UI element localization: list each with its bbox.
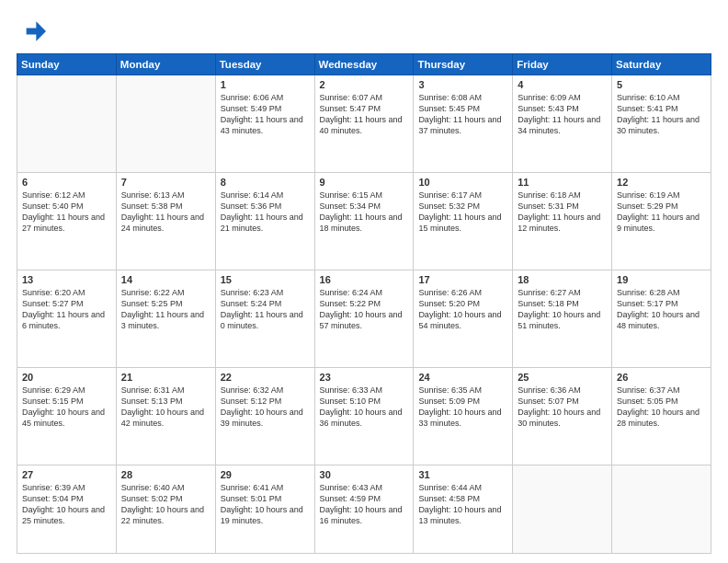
calendar-cell: 28Sunrise: 6:40 AMSunset: 5:02 PMDayligh… [116,465,215,553]
day-number: 24 [418,372,507,383]
calendar-col-thursday: Thursday [414,54,513,75]
calendar-week-2: 6Sunrise: 6:12 AMSunset: 5:40 PMDaylight… [17,172,711,270]
calendar-cell: 2Sunrise: 6:07 AMSunset: 5:47 PMDaylight… [314,75,414,173]
calendar-cell: 6Sunrise: 6:12 AMSunset: 5:40 PMDaylight… [17,172,117,270]
svg-marker-0 [27,21,46,40]
day-info: Sunrise: 6:26 AMSunset: 5:20 PMDaylight:… [418,287,507,332]
day-number: 2 [320,79,409,90]
day-number: 9 [320,177,409,188]
calendar-cell: 27Sunrise: 6:39 AMSunset: 5:04 PMDayligh… [17,465,117,553]
day-number: 12 [617,177,706,188]
calendar-cell: 20Sunrise: 6:29 AMSunset: 5:15 PMDayligh… [17,367,117,465]
day-info: Sunrise: 6:09 AMSunset: 5:43 PMDaylight:… [518,92,607,137]
calendar-cell: 5Sunrise: 6:10 AMSunset: 5:41 PMDaylight… [612,75,711,173]
calendar-cell: 25Sunrise: 6:36 AMSunset: 5:07 PMDayligh… [513,367,612,465]
day-number: 23 [320,372,409,383]
calendar-cell: 30Sunrise: 6:43 AMSunset: 4:59 PMDayligh… [314,465,414,553]
calendar-cell: 17Sunrise: 6:26 AMSunset: 5:20 PMDayligh… [414,270,513,367]
day-info: Sunrise: 6:19 AMSunset: 5:29 PMDaylight:… [617,190,706,235]
day-number: 21 [121,372,210,383]
calendar-week-5: 27Sunrise: 6:39 AMSunset: 5:04 PMDayligh… [17,465,711,553]
calendar-cell: 23Sunrise: 6:33 AMSunset: 5:10 PMDayligh… [314,367,414,465]
day-number: 17 [418,274,507,285]
calendar-col-tuesday: Tuesday [215,54,314,75]
day-info: Sunrise: 6:41 AMSunset: 5:01 PMDaylight:… [221,482,310,527]
calendar-cell: 22Sunrise: 6:32 AMSunset: 5:12 PMDayligh… [215,367,314,465]
day-number: 19 [617,274,706,285]
calendar-cell: 4Sunrise: 6:09 AMSunset: 5:43 PMDaylight… [513,75,612,173]
day-info: Sunrise: 6:43 AMSunset: 4:59 PMDaylight:… [320,482,409,527]
day-number: 27 [22,469,111,480]
day-info: Sunrise: 6:18 AMSunset: 5:31 PMDaylight:… [518,190,607,235]
day-number: 1 [221,79,310,90]
day-info: Sunrise: 6:06 AMSunset: 5:49 PMDaylight:… [221,92,310,137]
day-info: Sunrise: 6:24 AMSunset: 5:22 PMDaylight:… [320,287,409,332]
page: SundayMondayTuesdayWednesdayThursdayFrid… [0,0,728,563]
calendar-cell: 3Sunrise: 6:08 AMSunset: 5:45 PMDaylight… [414,75,513,173]
day-number: 25 [518,372,607,383]
day-info: Sunrise: 6:37 AMSunset: 5:05 PMDaylight:… [617,385,706,430]
calendar-cell: 26Sunrise: 6:37 AMSunset: 5:05 PMDayligh… [612,367,711,465]
calendar-cell: 14Sunrise: 6:22 AMSunset: 5:25 PMDayligh… [116,270,215,367]
day-number: 20 [22,372,111,383]
calendar-cell: 10Sunrise: 6:17 AMSunset: 5:32 PMDayligh… [414,172,513,270]
calendar-header-row: SundayMondayTuesdayWednesdayThursdayFrid… [17,54,711,75]
calendar-table: SundayMondayTuesdayWednesdayThursdayFrid… [17,53,711,554]
day-info: Sunrise: 6:32 AMSunset: 5:12 PMDaylight:… [221,385,310,430]
calendar-cell: 16Sunrise: 6:24 AMSunset: 5:22 PMDayligh… [314,270,414,367]
day-info: Sunrise: 6:40 AMSunset: 5:02 PMDaylight:… [121,482,210,527]
day-info: Sunrise: 6:15 AMSunset: 5:34 PMDaylight:… [320,190,409,235]
day-number: 22 [221,372,310,383]
calendar-cell: 31Sunrise: 6:44 AMSunset: 4:58 PMDayligh… [414,465,513,553]
calendar-week-1: 1Sunrise: 6:06 AMSunset: 5:49 PMDaylight… [17,75,711,173]
day-number: 26 [617,372,706,383]
calendar-cell: 9Sunrise: 6:15 AMSunset: 5:34 PMDaylight… [314,172,414,270]
calendar-cell: 19Sunrise: 6:28 AMSunset: 5:17 PMDayligh… [612,270,711,367]
day-info: Sunrise: 6:20 AMSunset: 5:27 PMDaylight:… [22,287,111,332]
day-info: Sunrise: 6:12 AMSunset: 5:40 PMDaylight:… [22,190,111,235]
day-info: Sunrise: 6:10 AMSunset: 5:41 PMDaylight:… [617,92,706,137]
day-number: 13 [22,274,111,285]
day-info: Sunrise: 6:07 AMSunset: 5:47 PMDaylight:… [320,92,409,137]
calendar-cell: 8Sunrise: 6:14 AMSunset: 5:36 PMDaylight… [215,172,314,270]
day-number: 7 [121,177,210,188]
logo-icon [17,17,46,46]
calendar-cell: 7Sunrise: 6:13 AMSunset: 5:38 PMDaylight… [116,172,215,270]
calendar-week-4: 20Sunrise: 6:29 AMSunset: 5:15 PMDayligh… [17,367,711,465]
calendar-col-saturday: Saturday [612,54,711,75]
day-info: Sunrise: 6:31 AMSunset: 5:13 PMDaylight:… [121,385,210,430]
calendar-cell [17,75,117,173]
day-number: 18 [518,274,607,285]
day-info: Sunrise: 6:44 AMSunset: 4:58 PMDaylight:… [418,482,507,527]
day-info: Sunrise: 6:22 AMSunset: 5:25 PMDaylight:… [121,287,210,332]
day-number: 8 [221,177,310,188]
day-number: 11 [518,177,607,188]
day-info: Sunrise: 6:14 AMSunset: 5:36 PMDaylight:… [221,190,310,235]
calendar-cell: 12Sunrise: 6:19 AMSunset: 5:29 PMDayligh… [612,172,711,270]
day-info: Sunrise: 6:28 AMSunset: 5:17 PMDaylight:… [617,287,706,332]
calendar-cell: 24Sunrise: 6:35 AMSunset: 5:09 PMDayligh… [414,367,513,465]
calendar-cell [612,465,711,553]
calendar-col-friday: Friday [513,54,612,75]
header [17,17,711,46]
calendar-cell: 11Sunrise: 6:18 AMSunset: 5:31 PMDayligh… [513,172,612,270]
day-info: Sunrise: 6:13 AMSunset: 5:38 PMDaylight:… [121,190,210,235]
calendar-cell [116,75,215,173]
day-number: 31 [418,469,507,480]
calendar-week-3: 13Sunrise: 6:20 AMSunset: 5:27 PMDayligh… [17,270,711,367]
day-number: 6 [22,177,111,188]
day-number: 3 [418,79,507,90]
day-number: 14 [121,274,210,285]
calendar-cell: 21Sunrise: 6:31 AMSunset: 5:13 PMDayligh… [116,367,215,465]
day-number: 4 [518,79,607,90]
calendar-cell: 18Sunrise: 6:27 AMSunset: 5:18 PMDayligh… [513,270,612,367]
day-number: 10 [418,177,507,188]
logo [17,17,50,46]
calendar-cell: 1Sunrise: 6:06 AMSunset: 5:49 PMDaylight… [215,75,314,173]
day-info: Sunrise: 6:39 AMSunset: 5:04 PMDaylight:… [22,482,111,527]
day-info: Sunrise: 6:36 AMSunset: 5:07 PMDaylight:… [518,385,607,430]
calendar-cell: 29Sunrise: 6:41 AMSunset: 5:01 PMDayligh… [215,465,314,553]
calendar-col-wednesday: Wednesday [314,54,414,75]
day-info: Sunrise: 6:33 AMSunset: 5:10 PMDaylight:… [320,385,409,430]
day-number: 15 [221,274,310,285]
